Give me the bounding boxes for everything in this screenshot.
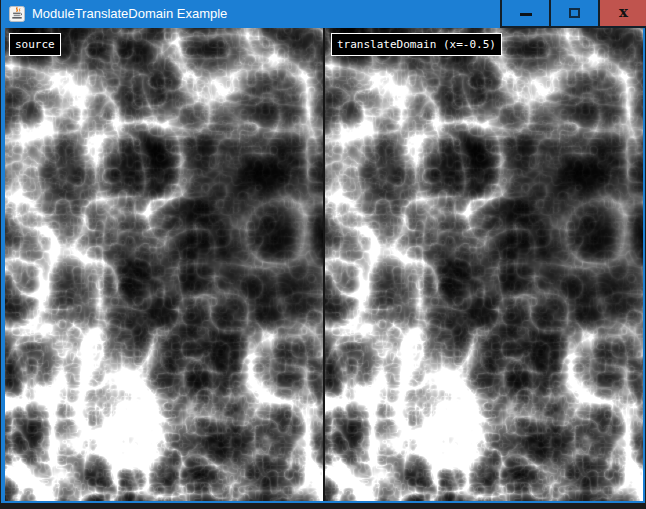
close-button[interactable]: x <box>598 0 646 28</box>
translate-domain-noise-image <box>325 28 643 501</box>
translate-panel-label: translateDomain (x=-0.5) <box>331 33 502 56</box>
titlebar[interactable]: ModuleTranslateDomain Example x <box>1 0 646 28</box>
window-title: ModuleTranslateDomain Example <box>32 0 227 28</box>
desktop-background-strip <box>0 504 646 509</box>
minimize-icon <box>520 13 532 16</box>
source-noise-image <box>5 28 323 501</box>
source-panel-label: source <box>9 33 61 56</box>
minimize-button[interactable] <box>500 0 549 28</box>
maximize-button[interactable] <box>549 0 598 28</box>
window-controls: x <box>500 0 646 28</box>
app-window: ModuleTranslateDomain Example x source t… <box>0 0 646 504</box>
close-icon: x <box>619 5 628 20</box>
render-area: source translateDomain (x=-0.5) <box>5 28 643 501</box>
maximize-icon <box>569 8 580 18</box>
screenshot-root: ModuleTranslateDomain Example x source t… <box>0 0 646 509</box>
java-coffee-cup-icon <box>9 6 25 22</box>
